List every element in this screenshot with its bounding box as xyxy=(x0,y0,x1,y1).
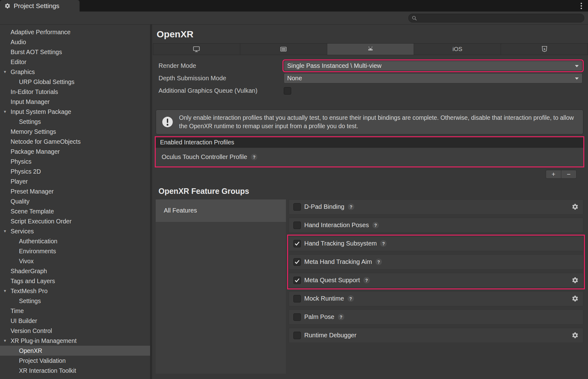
feature-checkbox[interactable] xyxy=(293,313,301,321)
sidebar-item[interactable]: Physics 2D xyxy=(0,166,150,176)
interaction-profile-row[interactable]: Oculus Touch Controller Profile xyxy=(156,148,583,166)
sidebar-item[interactable]: Script Execution Order xyxy=(0,216,150,226)
feature-row: Palm Pose xyxy=(289,310,583,325)
sidebar-item[interactable]: Version Control xyxy=(0,326,150,336)
sidebar-item-label: TextMesh Pro xyxy=(11,288,48,295)
window-title: Project Settings xyxy=(14,2,59,10)
sidebar-item[interactable]: OpenXR xyxy=(0,346,150,356)
sidebar-item[interactable]: Quality xyxy=(0,196,150,206)
foldout-triangle-icon[interactable] xyxy=(3,110,11,114)
help-icon[interactable] xyxy=(363,277,370,283)
sidebar-item[interactable]: Vivox xyxy=(0,256,150,266)
sidebar-item[interactable]: Project Validation xyxy=(0,356,150,366)
feature-row: Hand Interaction Poses xyxy=(289,218,583,233)
sidebar-item-label: Settings xyxy=(19,118,41,125)
remove-profile-button[interactable]: − xyxy=(561,170,576,178)
sidebar-item[interactable]: XR Plug-in Management xyxy=(0,336,150,346)
kebab-menu-icon[interactable] xyxy=(575,0,588,12)
foldout-triangle-icon[interactable] xyxy=(3,289,11,293)
sidebar-item[interactable]: Package Manager xyxy=(0,147,150,157)
foldout-triangle-icon[interactable] xyxy=(3,70,11,74)
settings-sidebar: Adaptive Performance Audio Burst AOT Set… xyxy=(0,25,150,379)
sidebar-item[interactable]: Editor xyxy=(0,57,150,67)
sidebar-item[interactable]: Authentication xyxy=(0,236,150,246)
vulkan-queue-checkbox[interactable] xyxy=(284,87,291,95)
sidebar-item[interactable]: Physics xyxy=(0,157,150,166)
sidebar-item[interactable]: Input Manager xyxy=(0,97,150,107)
feature-checkbox[interactable] xyxy=(293,222,301,229)
depth-submission-dropdown[interactable]: None xyxy=(284,73,582,83)
sidebar-item[interactable]: Memory Settings xyxy=(0,127,150,137)
tab-android[interactable] xyxy=(327,43,414,55)
help-icon[interactable] xyxy=(348,204,354,210)
sidebar-item-label: XR Plug-in Management xyxy=(11,337,76,344)
sidebar-item[interactable]: Input System Package xyxy=(0,107,150,117)
feature-checkbox[interactable] xyxy=(293,203,301,211)
tab-dedicated-server[interactable] xyxy=(240,43,327,55)
interaction-profile-label: Oculus Touch Controller Profile xyxy=(162,153,247,161)
sidebar-item[interactable]: In-Editor Tutorials xyxy=(0,87,150,97)
feature-checkbox[interactable] xyxy=(293,277,301,284)
sidebar-item[interactable]: Burst AOT Settings xyxy=(0,47,150,57)
help-icon[interactable] xyxy=(380,240,387,247)
feature-checkbox[interactable] xyxy=(293,332,301,339)
feature-checkbox[interactable] xyxy=(293,258,301,266)
feature-row: Mock Runtime xyxy=(289,291,583,306)
feature-group-item[interactable]: All Features xyxy=(156,199,286,222)
sidebar-item[interactable]: URP Global Settings xyxy=(0,77,150,87)
sidebar-item[interactable]: Scene Template xyxy=(0,206,150,216)
feature-row: D-Pad Binding xyxy=(289,199,583,214)
sidebar-item[interactable]: Preset Manager xyxy=(0,186,150,196)
search-icon xyxy=(412,16,417,21)
help-icon[interactable] xyxy=(347,295,354,302)
sidebar-item-label: Time xyxy=(11,307,24,315)
feature-checkbox[interactable] xyxy=(293,295,301,302)
dedicated-server-icon xyxy=(279,45,287,53)
window-tab-project-settings[interactable]: Project Settings xyxy=(0,0,80,12)
foldout-triangle-icon[interactable] xyxy=(3,339,11,343)
sidebar-item[interactable]: Time xyxy=(0,306,150,316)
sidebar-item[interactable]: TextMesh Pro xyxy=(0,286,150,296)
render-mode-dropdown[interactable]: Single Pass Instanced \ Multi-view xyxy=(284,61,582,71)
help-icon[interactable] xyxy=(375,259,382,265)
interaction-profiles-list: Oculus Touch Controller Profile xyxy=(156,148,583,166)
sidebar-item[interactable]: XR Interaction Toolkit xyxy=(0,366,150,376)
feature-settings-gear-icon[interactable] xyxy=(572,295,579,302)
feature-settings-gear-icon[interactable] xyxy=(572,203,579,210)
sidebar-item[interactable]: Environments xyxy=(0,246,150,256)
feature-row: Meta Quest Support xyxy=(289,273,583,288)
help-icon[interactable] xyxy=(372,222,379,228)
help-icon[interactable] xyxy=(338,314,344,320)
add-profile-button[interactable]: + xyxy=(546,170,561,178)
sidebar-item[interactable]: Tags and Layers xyxy=(0,276,150,286)
sidebar-item[interactable]: Services xyxy=(0,226,150,236)
feature-settings-gear-icon[interactable] xyxy=(572,332,579,339)
sidebar-item[interactable]: Settings xyxy=(0,296,150,306)
sidebar-item-label: Package Manager xyxy=(11,148,60,155)
feature-settings-gear-icon[interactable] xyxy=(572,277,579,284)
sidebar-item-label: In-Editor Tutorials xyxy=(11,88,58,96)
tab-webgl[interactable]: 5 xyxy=(501,43,588,55)
sidebar-item[interactable]: ShaderGraph xyxy=(0,266,150,276)
tab-ios[interactable]: iOS xyxy=(414,43,501,55)
sidebar-item-label: Input Manager xyxy=(11,98,50,105)
feature-checkbox[interactable] xyxy=(293,240,301,247)
sidebar-item-label: Memory Settings xyxy=(11,128,56,135)
sidebar-item[interactable]: Player xyxy=(0,176,150,186)
sidebar-item[interactable]: UI Builder xyxy=(0,316,150,326)
feature-list: D-Pad Binding xyxy=(289,199,583,374)
chevron-down-icon xyxy=(575,65,579,67)
sidebar-item-label: Burst AOT Settings xyxy=(11,49,62,56)
sidebar-item[interactable]: Settings xyxy=(0,117,150,127)
sidebar-item[interactable]: Audio xyxy=(0,37,150,47)
foldout-triangle-icon[interactable] xyxy=(3,229,11,233)
help-icon[interactable] xyxy=(251,154,257,160)
feature-label: Hand Tracking Subsystem xyxy=(304,240,377,247)
sidebar-item[interactable]: Netcode for GameObjects xyxy=(0,137,150,147)
sidebar-item[interactable]: Adaptive Performance xyxy=(0,27,150,37)
feature-label: Palm Pose xyxy=(304,313,334,321)
tab-desktop[interactable] xyxy=(153,43,240,55)
search-field[interactable] xyxy=(408,14,584,22)
sidebar-item[interactable]: Graphics xyxy=(0,67,150,77)
search-input[interactable] xyxy=(419,14,581,22)
